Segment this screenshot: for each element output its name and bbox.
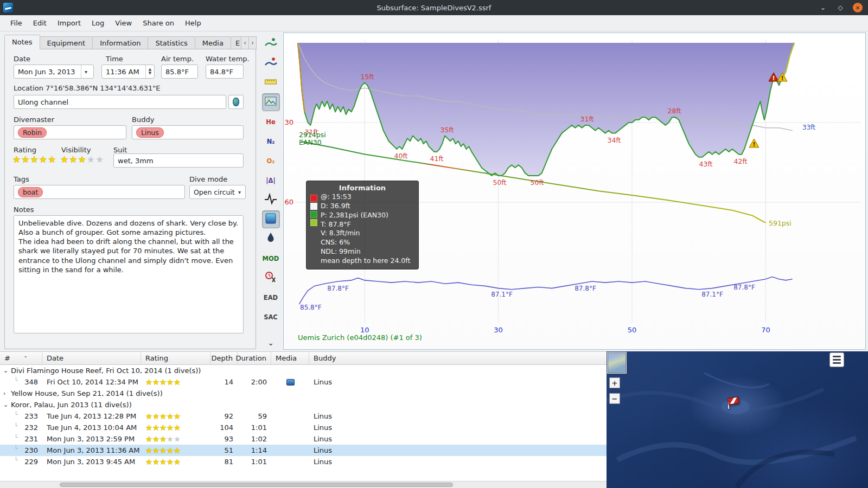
svg-text:87.1°F: 87.1°F (701, 291, 723, 298)
menu-view[interactable]: View (110, 17, 137, 29)
menu-help[interactable]: Help (180, 17, 206, 29)
suit-input[interactable] (113, 153, 244, 168)
scrollbar-thumb[interactable] (60, 483, 453, 487)
visibility-stars[interactable]: ★★★★★ (60, 154, 104, 165)
profile-phe-toggle[interactable]: He (262, 113, 280, 131)
star-rating: ★★★★★ (145, 435, 181, 444)
column-header-buddy[interactable]: Buddy (309, 352, 607, 364)
profile-pn2-toggle[interactable]: N₂ (262, 132, 280, 150)
profile-sac-toggle[interactable]: SAC (262, 308, 280, 326)
trip-expand-icon[interactable]: ⌄ (0, 367, 9, 374)
spin-down-icon[interactable]: ▼ (149, 72, 151, 75)
horizontal-scrollbar[interactable] (0, 481, 607, 488)
buddy-field[interactable]: Linus (132, 125, 244, 139)
profile-deco-toggle[interactable] (262, 269, 280, 287)
svg-text:42ft: 42ft (734, 157, 748, 165)
menu-file[interactable]: File (5, 17, 27, 29)
minimize-button[interactable]: ⌄ (818, 3, 828, 12)
trip-row[interactable]: ⌄Koror, Palau, Jun 2013 (11 dive(s)) (0, 399, 607, 410)
globe-button[interactable] (228, 95, 244, 109)
column-header-dur[interactable]: Duration (238, 352, 271, 364)
svg-text:591psi: 591psi (769, 219, 792, 227)
trip-row[interactable]: ⌄Divi Flamingo House Reef, Fri Oct 10, 2… (0, 365, 607, 376)
tab-scroll-right-button[interactable]: › (248, 36, 257, 49)
dive-row[interactable]: └231Mon Jun 3, 2013 2:59 PM★★★★★931:02Li… (0, 433, 607, 445)
dive-site-flag-marker[interactable] (727, 398, 741, 410)
trip-expand-icon[interactable]: ⌄ (0, 401, 9, 408)
tab-information[interactable]: Information (92, 36, 148, 49)
profile-mod-toggle[interactable]: MOD (262, 249, 280, 267)
profile-tissues-toggle[interactable] (262, 210, 280, 228)
trip-expand-icon[interactable]: › (0, 390, 9, 397)
air-temp-input[interactable] (161, 65, 198, 79)
dive-row[interactable]: └233Tue Jun 4, 2013 12:28 PM★★★★★9259Lin… (0, 410, 607, 422)
location-input[interactable] (14, 95, 226, 109)
info-row: @: 15:53 (321, 192, 414, 202)
svg-text:31ft: 31ft (580, 115, 594, 123)
divemaster-label: Divemaster (14, 115, 54, 124)
map-zoom-in-button[interactable]: + (609, 377, 620, 388)
dive-row[interactable]: └232Tue Jun 4, 2013 10:04 AM★★★★★1041:01… (0, 422, 607, 433)
dive-duration: 1:01 (238, 456, 271, 467)
trip-row[interactable]: ›Yellow House, Sun Sep 21, 2014 (1 dive(… (0, 388, 607, 399)
profile-sac-toggle-label: SAC (264, 313, 278, 321)
dive-row[interactable]: └230Mon Jun 3, 2013 11:36 AM★★★★★511:14L… (0, 445, 607, 456)
menu-import[interactable]: Import (53, 17, 86, 29)
close-button[interactable]: ✕ (853, 3, 863, 12)
tab-e[interactable]: E (231, 36, 241, 49)
profile-pen-icon[interactable] (262, 230, 280, 248)
spin-buttons[interactable]: ▲▼ (145, 65, 154, 78)
svg-text:!: ! (752, 141, 755, 148)
menu-edit[interactable]: Edit (28, 17, 52, 29)
notes-textarea[interactable]: Unbelievable dive. Dozens and dozens of … (14, 215, 244, 333)
map-panel[interactable]: + − (607, 351, 868, 488)
tab-statistics[interactable]: Statistics (148, 36, 195, 49)
profile-po2-toggle[interactable]: O₂ (262, 152, 280, 170)
info-row: T: 87.8°F (321, 220, 414, 229)
rating-stars[interactable]: ★★★★★ (12, 154, 56, 165)
column-header-date[interactable]: Date (42, 352, 141, 364)
info-row: D: 36.9ft (321, 202, 414, 211)
divemaster-field[interactable]: Robin (14, 125, 126, 139)
time-spinbox[interactable]: 11:36 AM ▲▼ (101, 65, 155, 79)
maximize-button[interactable]: ◇ (835, 3, 845, 12)
toolbar-collapse-button[interactable]: ⌄ (262, 336, 280, 349)
menu-log[interactable]: Log (87, 17, 109, 29)
profile-deco-toggle-glyph (264, 271, 277, 285)
svg-text:35ft: 35ft (441, 126, 454, 134)
map-overview-inset[interactable] (608, 352, 626, 373)
profile-photos-toggle[interactable] (262, 93, 280, 111)
dive-buddy: Linus (309, 445, 607, 456)
tab-bar: NotesEquipmentInformationStatisticsMedia… (4, 35, 256, 49)
dive-mode-combobox[interactable]: Open circuit ▾ (189, 185, 246, 199)
tab-equipment[interactable]: Equipment (40, 36, 93, 49)
map-menu-button[interactable] (829, 352, 844, 367)
menu-bar: FileEditImportLogViewShare onHelp (0, 15, 868, 31)
dive-row[interactable]: └348Fri Oct 10, 2014 12:34 PM★★★★★142:00… (0, 376, 607, 388)
dive-duration: 1:01 (238, 422, 271, 433)
column-header-num[interactable]: #⌃ (0, 352, 42, 364)
water-temp-input[interactable] (206, 65, 244, 79)
dive-row[interactable]: └229Mon Jun 3, 2013 9:45 AM★★★★★811:01Li… (0, 456, 607, 467)
column-header-rating[interactable]: Rating (141, 352, 210, 364)
star-rating: ★★★★★ (145, 423, 181, 432)
profile-mod-toggle-label: MOD (263, 255, 279, 262)
date-combobox[interactable]: Mon Jun 3, 2013 ▾ (14, 65, 94, 79)
tab-notes[interactable]: Notes (4, 35, 40, 49)
svg-text:87.8°F: 87.8°F (327, 285, 349, 292)
profile-dc-ceiling-toggle[interactable]: |Δ| (262, 171, 280, 189)
tab-media[interactable]: Media (195, 36, 231, 49)
tab-scroll-left-button[interactable]: ‹ (241, 36, 249, 49)
tags-field[interactable]: boat (14, 185, 185, 199)
profile-photos-toggle-glyph (264, 95, 277, 110)
profile-heart-rate-toggle[interactable] (262, 191, 280, 209)
menu-share-on[interactable]: Share on (138, 17, 179, 29)
tag-chip: boat (18, 187, 43, 197)
profile-ead-toggle[interactable]: EAD (262, 288, 280, 306)
column-header-depth[interactable]: Depth (210, 352, 238, 364)
profile-dive-computer-icon[interactable] (262, 54, 280, 72)
map-zoom-out-button[interactable]: − (609, 393, 620, 404)
profile-diver-icon[interactable] (262, 35, 280, 53)
profile-ruler-icon[interactable] (262, 74, 280, 92)
column-header-media[interactable]: Media (271, 352, 309, 364)
